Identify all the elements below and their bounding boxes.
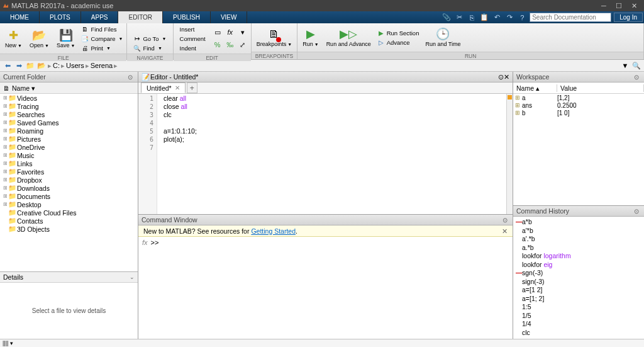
history-line[interactable]: a'.*b bbox=[516, 235, 641, 244]
insert-section-icon[interactable]: ▭ bbox=[212, 26, 223, 38]
code-area[interactable]: clear allclose allclc a=1:0.1:10;plot(a)… bbox=[157, 94, 513, 214]
paste-icon[interactable]: 📋 bbox=[479, 13, 489, 22]
nav-browse-icon[interactable]: 📂 bbox=[36, 61, 47, 70]
folder-item[interactable]: 📁3D Objects bbox=[0, 225, 138, 233]
compare-button[interactable]: 📑Compare▼ bbox=[80, 34, 124, 43]
folder-item[interactable]: 📁Contacts bbox=[0, 217, 138, 225]
goto-button[interactable]: ↦Go To▼ bbox=[132, 34, 167, 43]
folder-item[interactable]: ⊞📁Dropbox bbox=[0, 176, 138, 184]
folder-item[interactable]: ⊞📁Downloads bbox=[0, 184, 138, 192]
advance-button[interactable]: ▷Advance bbox=[376, 38, 421, 47]
login-button[interactable]: Log In bbox=[614, 13, 643, 22]
workspace-row[interactable]: ⊞ans0.2500 bbox=[513, 101, 644, 109]
folder-item[interactable]: ⊞📁Pictures bbox=[0, 135, 138, 143]
help-icon[interactable]: ? bbox=[517, 13, 527, 22]
nav-back-icon[interactable]: ⬅ bbox=[3, 61, 13, 70]
history-line[interactable]: a=[1; 2] bbox=[516, 295, 641, 304]
editor-menu-icon[interactable]: ⊙ bbox=[498, 73, 504, 81]
editor-body[interactable]: 1234567 clear allclose allclc a=1:0.1:10… bbox=[138, 94, 513, 214]
indent-button[interactable]: Indent bbox=[179, 43, 207, 52]
comment-button[interactable]: Comment bbox=[179, 34, 207, 43]
warning-indicator-icon[interactable] bbox=[508, 95, 512, 100]
folder-item[interactable]: ⊞📁Saved Games bbox=[0, 118, 138, 127]
getting-started-link[interactable]: Getting Started bbox=[251, 227, 296, 235]
folder-item[interactable]: ⊞📁Documents bbox=[0, 192, 138, 200]
minimize-button[interactable]: ─ bbox=[596, 2, 611, 9]
tab-editor[interactable]: EDITOR bbox=[118, 11, 163, 23]
history-line[interactable]: —sgn(-3) bbox=[516, 269, 641, 278]
print-button[interactable]: 🖨Print▼ bbox=[80, 43, 124, 52]
folder-item[interactable]: ⊞📁Roaming bbox=[0, 127, 138, 135]
addr-search-icon[interactable]: 🔍 bbox=[631, 61, 641, 70]
folder-item[interactable]: ⊞📁Searches bbox=[0, 110, 138, 118]
command-history-body[interactable]: —a*ba'*ba'.*ba.*blookfor logarithmlookfo… bbox=[513, 217, 644, 339]
nav-up-icon[interactable]: 📁 bbox=[25, 61, 35, 70]
file-tab[interactable]: Untitled* ✕ bbox=[141, 82, 186, 93]
history-line[interactable]: lookfor eig bbox=[516, 261, 641, 270]
folder-item[interactable]: ⊞📁OneDrive bbox=[0, 143, 138, 151]
comment-percent-icon[interactable]: % bbox=[212, 39, 223, 50]
ws-name-col[interactable]: Name ▴ bbox=[513, 84, 557, 92]
add-tab-button[interactable]: + bbox=[187, 82, 197, 93]
nav-forward-icon[interactable]: ➡ bbox=[14, 61, 24, 70]
shortcut-icon[interactable]: 📎 bbox=[441, 13, 452, 22]
history-line[interactable]: lookfor logarithm bbox=[516, 252, 641, 261]
panel-menu-icon[interactable]: ⊙ bbox=[126, 74, 135, 81]
details-collapse-icon[interactable]: ⌄ bbox=[130, 274, 135, 280]
insert-button[interactable]: Insert bbox=[179, 25, 207, 33]
file-tab-close-icon[interactable]: ✕ bbox=[175, 84, 180, 91]
cut-icon[interactable]: ✂ bbox=[454, 13, 464, 22]
tab-publish[interactable]: PUBLISH bbox=[163, 11, 211, 23]
history-line[interactable]: 1/4 bbox=[516, 320, 641, 329]
ws-value-col[interactable]: Value bbox=[557, 84, 644, 92]
undo-icon[interactable]: ↶ bbox=[492, 13, 502, 22]
cmdwin-menu-icon[interactable]: ⊙ bbox=[501, 217, 509, 224]
name-column-header[interactable]: Name ▾ bbox=[12, 84, 135, 92]
workspace-table[interactable]: ⊞a[1,2]⊞ans0.2500⊞b[1 0] bbox=[513, 94, 644, 205]
tab-plots[interactable]: PLOTS bbox=[40, 11, 81, 23]
workspace-row[interactable]: ⊞b[1 0] bbox=[513, 109, 644, 117]
comment-block-icon[interactable]: ‰ bbox=[225, 39, 236, 50]
folder-item[interactable]: ⊞📁Links bbox=[0, 159, 138, 168]
uncomment-icon[interactable]: ⤢ bbox=[237, 39, 248, 50]
folder-item[interactable]: ⊞📁Music bbox=[0, 151, 138, 159]
workspace-row[interactable]: ⊞a[1,2] bbox=[513, 94, 644, 101]
folder-item[interactable]: ⊞📁Tracing bbox=[0, 102, 138, 110]
status-text[interactable]: |||| ▾ bbox=[3, 340, 13, 346]
copy-icon[interactable]: ⎘ bbox=[467, 13, 477, 22]
new-button[interactable]: ✚New▼ bbox=[3, 25, 25, 52]
history-line[interactable]: a'*b bbox=[516, 227, 641, 236]
run-section-button[interactable]: ▶Run Section bbox=[376, 28, 421, 37]
maximize-button[interactable]: ☐ bbox=[611, 2, 626, 10]
addr-dropdown-icon[interactable]: ▼ bbox=[620, 61, 630, 70]
run-button[interactable]: ▶Run▼ bbox=[300, 25, 321, 50]
tab-home[interactable]: HOME bbox=[0, 11, 40, 23]
folder-item[interactable]: 📁Creative Cloud Files bbox=[0, 208, 138, 217]
find-files-button[interactable]: 🗎Find Files bbox=[80, 25, 124, 33]
history-line[interactable]: a.*b bbox=[516, 244, 641, 253]
history-line[interactable]: sign(-3) bbox=[516, 278, 641, 287]
tab-view[interactable]: VIEW bbox=[211, 11, 248, 23]
open-button[interactable]: 📂Open▼ bbox=[27, 25, 52, 52]
tab-apps[interactable]: APPS bbox=[81, 11, 119, 23]
close-button[interactable]: ✕ bbox=[626, 2, 641, 10]
history-line[interactable]: —a*b bbox=[516, 218, 641, 227]
folder-item[interactable]: ⊞📁Desktop bbox=[0, 200, 138, 208]
cmdhist-menu-icon[interactable]: ⊙ bbox=[632, 208, 641, 215]
file-tree[interactable]: ⊞📁Videos⊞📁Tracing⊞📁Searches⊞📁Saved Games… bbox=[0, 94, 138, 271]
banner-close-icon[interactable]: ✕ bbox=[502, 227, 508, 235]
redo-icon[interactable]: ↷ bbox=[504, 13, 514, 22]
search-documentation-input[interactable] bbox=[530, 13, 611, 22]
command-window-body[interactable]: fx >> bbox=[138, 237, 513, 339]
history-line[interactable]: a=[1 2] bbox=[516, 286, 641, 295]
address-path[interactable]: ▸ C:▸ Users▸ Serena▸ bbox=[48, 62, 619, 70]
history-line[interactable]: clc bbox=[516, 329, 641, 338]
save-button[interactable]: 💾Save▼ bbox=[54, 25, 77, 52]
folder-item[interactable]: ⊞📁Favorites bbox=[0, 168, 138, 176]
fx-prompt-icon[interactable]: fx bbox=[142, 239, 148, 246]
workspace-menu-icon[interactable]: ⊙ bbox=[632, 74, 641, 81]
insert-var-icon[interactable]: ▾ bbox=[237, 26, 248, 38]
history-line[interactable]: 1:5 bbox=[516, 303, 641, 312]
run-time-button[interactable]: 🕒Run and Time bbox=[423, 25, 463, 50]
insert-fx-icon[interactable]: fx bbox=[225, 26, 236, 38]
